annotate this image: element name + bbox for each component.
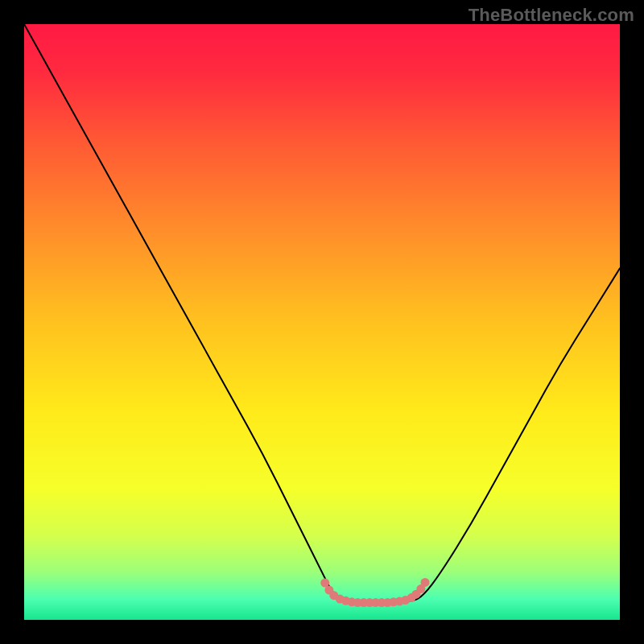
chart-frame: TheBottleneck.com [0,0,644,644]
dot [421,578,430,587]
chart-svg [24,24,620,620]
plot-area [24,24,620,620]
watermark-text: TheBottleneck.com [469,5,634,26]
gradient-background [24,24,620,620]
